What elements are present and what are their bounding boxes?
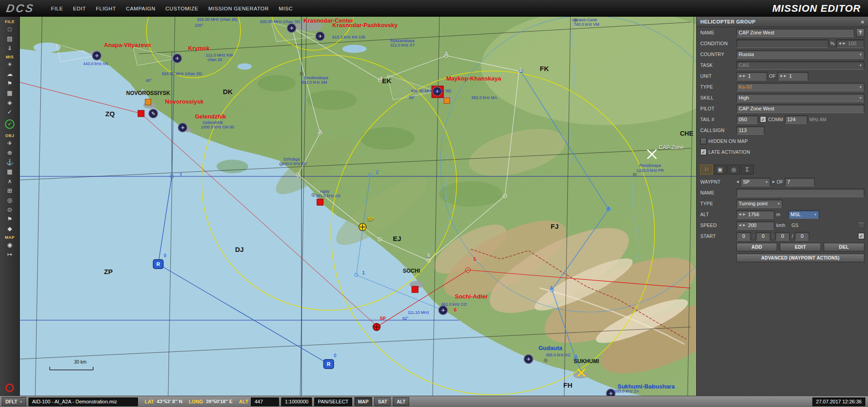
start-time-checkbox[interactable]: ✓ [858, 233, 864, 239]
stepper-right-icon[interactable]: ▶ [843, 42, 845, 45]
new-mission-icon[interactable]: □ [4, 25, 16, 33]
helicopter-group-icon[interactable]: ⊕ [4, 148, 16, 157]
mission-check-ok-icon[interactable]: ✔ [5, 119, 14, 129]
start-day-input[interactable]: 0 [795, 232, 809, 241]
waypoint-type-select[interactable]: Turning point▼ [736, 199, 783, 208]
air-defense-group-icon[interactable]: ∧ [4, 177, 16, 185]
open-mission-icon[interactable]: ▤ [4, 34, 16, 43]
vehicle-group-icon[interactable]: ▦ [4, 167, 16, 176]
mission-rules-icon[interactable]: ✓ [4, 108, 16, 116]
template-icon[interactable]: ⚑ [4, 215, 16, 223]
map-canvas[interactable]: ✈ ✈ ✈ ✈ ✈ ✈ ✈ ✈ ✈ ✎ R R [20, 17, 696, 396]
ship-group-icon[interactable]: ⚓ [4, 158, 16, 166]
comm-freq-input[interactable]: 124 [785, 115, 807, 124]
svg-text:✈: ✈ [609, 391, 613, 396]
stepper-left-icon[interactable]: ◀ [739, 223, 741, 227]
briefing-icon[interactable]: ⚑ [4, 79, 16, 88]
map-layer-button[interactable]: MAP [354, 397, 372, 406]
stepper-right-icon[interactable]: ▶ [743, 74, 745, 78]
distance-tool-icon[interactable]: ↦ [4, 250, 16, 259]
tab-route[interactable]: ⚐ [700, 165, 713, 175]
page-title: MISSION EDITOR [772, 3, 861, 14]
dflt-dropdown[interactable]: DFLT▼ [2, 397, 26, 406]
country-select[interactable]: Russia▼ [736, 50, 864, 59]
alt-layer-button[interactable]: ALT [393, 397, 409, 406]
sat-layer-button[interactable]: SAT [374, 397, 391, 406]
pilot-input[interactable]: CAP Zone West [736, 104, 864, 113]
callsign-input[interactable]: 113 [736, 126, 764, 135]
menu-bar: DCS FILEEDITFLIGHTCAMPAIGNCUSTOMIZEMISSI… [0, 0, 868, 17]
comm-checkbox[interactable]: ✓ [760, 116, 766, 123]
clouds-icon[interactable]: ☁ [4, 70, 16, 78]
selected-helicopter-sp-marker[interactable] [359, 223, 366, 231]
help-button[interactable]: ? [856, 28, 864, 37]
aircraft-type-select[interactable]: Ka-50▼ [736, 83, 864, 91]
task-label: TASK [700, 62, 735, 68]
ship-marker-r2[interactable]: R [324, 360, 334, 369]
group-name-input[interactable]: CAP Zone West [736, 28, 854, 37]
speed-lock-checkbox[interactable] [858, 222, 864, 228]
stepper-right-icon[interactable]: ▶ [743, 213, 745, 216]
close-icon[interactable]: × [861, 19, 864, 25]
task-select[interactable]: CAS▼ [736, 61, 864, 70]
start-hours-input[interactable]: 0 [736, 232, 751, 241]
condition-input[interactable] [736, 39, 829, 48]
trigger-zone-icon[interactable]: ◎ [4, 196, 16, 204]
late-activation-checkbox[interactable]: ✓ [700, 149, 707, 155]
dcs-logo: DCS [5, 2, 35, 15]
unit-total-stepper[interactable]: ◀ ▶ 1 [778, 72, 808, 80]
ship-marker-r[interactable]: R [153, 260, 163, 269]
menu-item-customize[interactable]: CUSTOMIZE [165, 6, 198, 11]
menu-item-campaign[interactable]: CAMPAIGN [126, 6, 156, 11]
tab-targeting[interactable]: ◎ [727, 165, 740, 175]
hidden-on-map-checkbox[interactable] [700, 138, 707, 144]
menu-item-file[interactable]: FILE [51, 6, 63, 11]
unit-count-stepper[interactable]: ◀ ▶ 1 [736, 72, 767, 80]
waypoint-prev-icon[interactable]: ◀ [736, 180, 739, 184]
waypoint-tabs: ⚐ ▣ ◎ Σ [697, 165, 868, 175]
speed-stepper[interactable]: ◀ ▶ 200 [736, 221, 774, 230]
left-toolbar: FILE□▤⇓MIS☀☁⚑▦◈✓✔OBJ✈⊕⚓▦∧⊞◎⊙⚑◆MAP◉↦ [0, 17, 20, 396]
altitude-stepper[interactable]: ◀ ▶ 1756 [736, 210, 774, 219]
menu-item-misc[interactable]: MISC [279, 6, 293, 11]
stepper-right-icon[interactable]: ▶ [784, 74, 786, 78]
bullseye-icon[interactable]: ⊙ [4, 205, 16, 214]
stepper-left-icon[interactable]: ◀ [739, 74, 741, 78]
stepper-left-icon[interactable]: ◀ [739, 213, 741, 216]
add-waypoint-button[interactable]: ADD [736, 243, 777, 251]
map-shapes-icon[interactable]: ◆ [4, 224, 16, 233]
tab-summary[interactable]: Σ [741, 165, 754, 175]
skill-select[interactable]: High▼ [736, 94, 864, 102]
tail-number-input[interactable]: 050 [736, 115, 758, 124]
fixed-wing-group-icon[interactable]: ✈ [4, 139, 16, 147]
advanced-waypoint-actions-button[interactable]: ADVANCED (WAYPOINT ACTIONS) [736, 254, 864, 262]
waypoint-name-input[interactable] [736, 189, 864, 197]
mission-goals-icon[interactable]: ◈ [4, 98, 16, 107]
map-center-icon[interactable]: ◉ [4, 241, 16, 249]
delete-waypoint-button[interactable]: DEL [824, 243, 864, 251]
edit-waypoint-button[interactable]: EDIT [780, 243, 821, 251]
mission-options-icon[interactable]: ▦ [4, 89, 16, 97]
waypoint-select[interactable]: SP▼ [741, 178, 770, 186]
menu-item-flight[interactable]: FLIGHT [96, 6, 116, 11]
mission-editor-window: DCS FILEEDITFLIGHTCAMPAIGNCUSTOMIZEMISSI… [0, 0, 868, 407]
start-minutes-input[interactable]: 0 [756, 232, 770, 241]
map-viewport[interactable]: ✈ ✈ ✈ ✈ ✈ ✈ ✈ ✈ ✈ ✎ R R [20, 17, 696, 396]
save-mission-icon[interactable]: ⇓ [4, 44, 16, 52]
waypnt-label: WAYPNT [700, 179, 735, 185]
callsign-label: CALLSIGN [700, 128, 735, 133]
static-object-icon[interactable]: ⊞ [4, 186, 16, 195]
svg-text:✈: ✈ [435, 89, 439, 94]
waypoint-next-icon[interactable]: ▶ [772, 180, 774, 184]
stepper-left-icon[interactable]: ◀ [780, 74, 782, 78]
red-helicopter-sp-marker[interactable] [373, 323, 380, 331]
alt-reference-select[interactable]: MSL▼ [788, 210, 819, 219]
weather-icon[interactable]: ☀ [4, 60, 16, 69]
condition-stepper[interactable]: ◀ ▶ 100 [836, 39, 864, 48]
stepper-right-icon[interactable]: ▶ [743, 223, 745, 227]
start-seconds-input[interactable]: 0 [775, 232, 790, 241]
stepper-left-icon[interactable]: ◀ [839, 42, 841, 45]
menu-item-mission-generator[interactable]: MISSION GENERATOR [208, 6, 269, 11]
menu-item-edit[interactable]: EDIT [73, 6, 86, 11]
tab-abilities[interactable]: ▣ [714, 165, 726, 175]
